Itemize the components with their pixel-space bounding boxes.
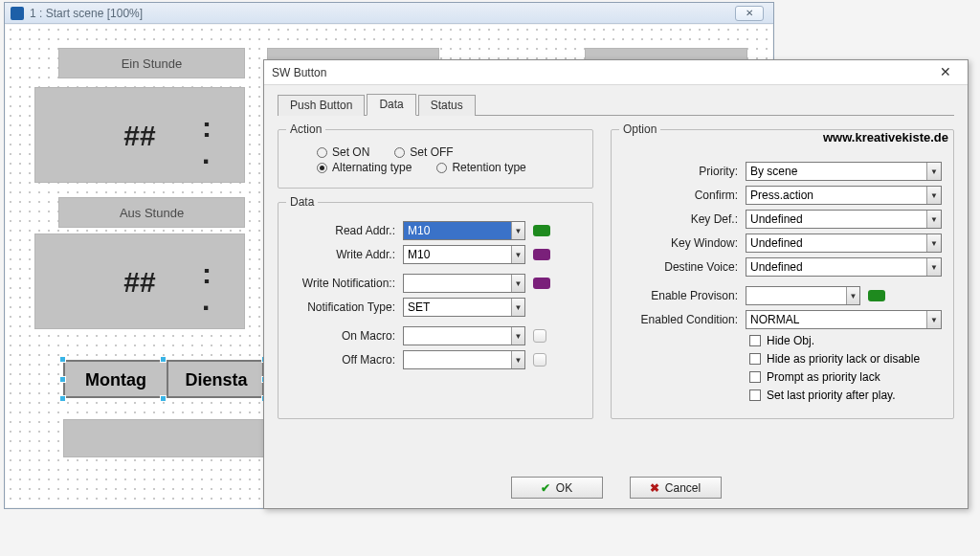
chevron-down-icon[interactable]: ▼ — [511, 222, 524, 239]
radio-set-on[interactable]: Set ON — [317, 145, 369, 159]
tab-push-button[interactable]: Push Button — [278, 95, 365, 116]
hmi-value-aus[interactable]: ## — [34, 234, 245, 329]
badge-icon — [868, 290, 885, 301]
group-option: Option Priority:▼ Confirm:▼ Key Def.:▼ K… — [611, 129, 954, 419]
chevron-down-icon[interactable]: ▼ — [511, 246, 524, 263]
tab-status[interactable]: Status — [418, 95, 476, 116]
chevron-down-icon[interactable]: ▼ — [926, 258, 941, 276]
notif-type-input[interactable] — [404, 300, 511, 314]
write-addr-input[interactable] — [404, 248, 511, 261]
label-read-addr: Read Addr.: — [290, 224, 403, 237]
hmi-day-die[interactable]: Diensta — [168, 362, 264, 396]
label-write-addr: Write Addr.: — [290, 248, 403, 261]
dialog-titlebar: SW Button ✕ — [264, 60, 968, 85]
editor-titlebar: 1 : Start scene [100%] — [5, 3, 773, 24]
sel-handle[interactable] — [59, 376, 66, 383]
confirm-combo[interactable]: ▼ — [746, 186, 942, 205]
read-addr-combo[interactable]: ▼ — [403, 221, 525, 240]
chevron-down-icon[interactable]: ▼ — [926, 211, 941, 228]
badge-icon — [533, 278, 550, 289]
chevron-down-icon[interactable]: ▼ — [511, 351, 524, 368]
chevron-down-icon[interactable]: ▼ — [926, 234, 941, 252]
label-priority: Priority: — [623, 165, 746, 178]
label-write-notif: Write Notification:: — [290, 277, 403, 290]
tab-strip: Push Button Data Status — [278, 95, 954, 116]
macro-browse-icon[interactable] — [533, 353, 546, 367]
label-enabled-condition: Enabled Condition: — [623, 313, 746, 326]
enabled-cond-combo[interactable]: ▼ — [746, 310, 942, 329]
badge-icon — [533, 249, 550, 260]
read-addr-input[interactable] — [404, 224, 511, 237]
label-off-macro: Off Macro: — [290, 353, 403, 367]
hmi-header-aus-stunde[interactable]: Aus Stunde — [58, 197, 245, 228]
sel-handle[interactable] — [59, 395, 66, 402]
hmi-value-ein[interactable]: ## — [34, 87, 245, 183]
chevron-down-icon[interactable]: ▼ — [926, 187, 941, 204]
on-macro-combo[interactable]: ▼ — [403, 326, 525, 345]
chevron-down-icon[interactable]: ▼ — [926, 311, 941, 328]
legend-action: Action — [286, 122, 325, 136]
write-notif-combo[interactable]: ▼ — [403, 274, 525, 293]
chevron-down-icon[interactable]: ▼ — [926, 163, 941, 180]
radio-set-off[interactable]: Set OFF — [394, 145, 453, 159]
cancel-button[interactable]: ✖Cancel — [630, 477, 722, 499]
tab-data[interactable]: Data — [367, 94, 415, 116]
label-enable-provison: Enable Provison: — [623, 289, 746, 302]
hmi-blank-row[interactable] — [63, 419, 264, 457]
radio-retention[interactable]: Retention type — [436, 161, 525, 174]
sel-handle[interactable] — [160, 395, 167, 402]
key-window-combo[interactable]: ▼ — [746, 234, 942, 253]
chevron-down-icon[interactable]: ▼ — [846, 287, 859, 304]
sel-handle[interactable] — [160, 356, 167, 363]
enable-provison-combo[interactable]: ▼ — [746, 286, 860, 305]
sel-handle[interactable] — [59, 356, 66, 363]
sw-button-dialog: SW Button ✕ Push Button Data Status www.… — [263, 59, 969, 509]
macro-browse-icon[interactable] — [533, 329, 546, 343]
group-data: Data Read Addr.: ▼ Write Addr.: ▼ Write … — [278, 202, 593, 419]
dialog-title: SW Button — [272, 66, 326, 79]
check-set-last[interactable]: Set last priority after play. — [749, 389, 942, 402]
off-macro-input[interactable] — [404, 353, 511, 367]
label-confirm: Confirm: — [623, 189, 746, 202]
check-hide-disable[interactable]: Hide as priority lack or disable — [749, 352, 942, 366]
editor-title: 1 : Start scene [100%] — [30, 7, 143, 20]
group-action: Action Set ON Set OFF Alternating type R… — [278, 129, 593, 189]
close-icon: ✖ — [650, 481, 659, 495]
write-addr-combo[interactable]: ▼ — [403, 245, 525, 264]
hmi-day-mon[interactable]: Montag — [65, 362, 168, 396]
legend-option: Option — [619, 122, 660, 136]
check-icon: ✔ — [541, 481, 550, 495]
hmi-header-ein-stunde[interactable]: Ein Stunde — [58, 48, 245, 78]
label-on-macro: On Macro: — [290, 329, 403, 343]
notif-type-combo[interactable]: ▼ — [403, 298, 525, 317]
label-destine-voice: Destine Voice: — [623, 260, 746, 274]
app-icon — [11, 7, 24, 20]
priority-combo[interactable]: ▼ — [746, 162, 942, 181]
legend-data: Data — [286, 195, 318, 209]
label-notif-type: Notification Type: — [290, 300, 403, 314]
radio-alternating[interactable]: Alternating type — [317, 161, 412, 174]
chevron-down-icon[interactable]: ▼ — [511, 275, 524, 292]
check-prompt[interactable]: Prompt as priority lack — [749, 370, 942, 384]
on-macro-input[interactable] — [404, 329, 511, 343]
hmi-dot-1: . — [202, 138, 210, 170]
editor-close-button[interactable]: ✕ — [735, 6, 764, 21]
write-notif-input[interactable] — [404, 277, 511, 290]
label-key-def: Key Def.: — [623, 212, 746, 226]
chevron-down-icon[interactable]: ▼ — [511, 327, 524, 345]
dest-voice-combo[interactable]: ▼ — [746, 257, 942, 277]
label-key-window: Key Window: — [623, 236, 746, 250]
off-macro-combo[interactable]: ▼ — [403, 350, 525, 369]
hmi-selected-row[interactable]: Montag Diensta — [63, 360, 264, 398]
hmi-dot-2: . — [202, 284, 210, 317]
chevron-down-icon[interactable]: ▼ — [511, 299, 524, 316]
ok-button[interactable]: ✔OK — [511, 477, 603, 499]
dialog-close-button[interactable]: ✕ — [931, 63, 960, 82]
key-def-combo[interactable]: ▼ — [746, 210, 942, 229]
badge-icon — [533, 225, 550, 236]
check-hide-obj[interactable]: Hide Obj. — [749, 334, 942, 347]
